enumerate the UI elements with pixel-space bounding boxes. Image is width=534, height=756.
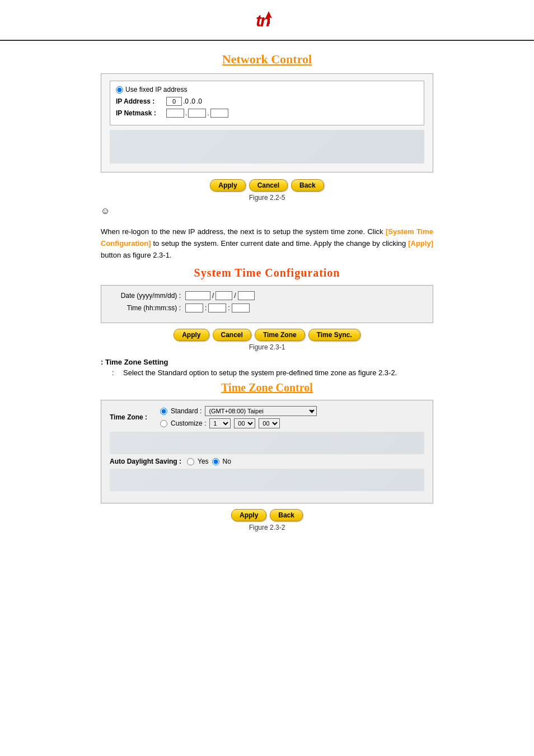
time-min-input[interactable]: 39 bbox=[208, 304, 226, 312]
timezone-box: Time Zone : Standard : (GMT+08:00) Taipe… bbox=[101, 400, 433, 503]
timezone-row: Time Zone : Standard : (GMT+08:00) Taipe… bbox=[110, 406, 424, 428]
ip-netmask-row: IP Netmask : . . bbox=[116, 109, 418, 118]
main-content: Network Control Use fixed IP address IP … bbox=[0, 46, 534, 542]
network-control-box: Use fixed IP address IP Address : .0 .0 … bbox=[101, 73, 433, 172]
network-apply-button[interactable]: Apply bbox=[210, 179, 245, 192]
time-label: Time (hh:mm:ss) : bbox=[113, 304, 185, 312]
date-year-input[interactable]: 2007 bbox=[185, 291, 210, 300]
system-time-figure-caption: Figure 2.3-1 bbox=[101, 343, 433, 351]
notes-section: : Time Zone Setting : Select the Standar… bbox=[101, 358, 433, 377]
date-row: Date (yyyy/mm/dd) : 2007 / 07 / 23 bbox=[113, 291, 421, 300]
daylight-yes-radio[interactable] bbox=[187, 458, 194, 465]
daylight-row: Auto Daylight Saving : Yes No bbox=[110, 458, 424, 465]
ip-netmask-input-group: . . bbox=[166, 109, 228, 118]
network-control-title: Network Control bbox=[101, 52, 433, 67]
dropdown-indicator: ▼ bbox=[309, 408, 315, 414]
date-day-input[interactable]: 23 bbox=[238, 291, 255, 300]
network-btn-row: Apply Cancel Back bbox=[101, 179, 433, 192]
daylight-no-radio[interactable] bbox=[212, 458, 219, 465]
standard-option-row: Standard : (GMT+08:00) Taipei ▼ bbox=[160, 406, 315, 416]
date-month-input[interactable]: 07 bbox=[216, 291, 232, 300]
time-sec-input[interactable]: 30 bbox=[232, 304, 250, 312]
netmask-octet-1[interactable] bbox=[166, 109, 184, 118]
use-fixed-ip-radio[interactable] bbox=[116, 86, 123, 94]
network-cancel-button[interactable]: Cancel bbox=[249, 179, 288, 192]
timesync-button[interactable]: Time Sync. bbox=[308, 329, 360, 341]
timezone-button[interactable]: Time Zone bbox=[255, 329, 305, 341]
note-sub-text-1: Select the Standard option to setup the … bbox=[123, 368, 397, 377]
smiley-icon: ☺ bbox=[101, 206, 433, 216]
timezone-btn-row: Apply Back bbox=[101, 509, 433, 521]
system-apply-button[interactable]: Apply bbox=[174, 329, 209, 341]
date-input-group: 2007 / 07 / 23 bbox=[185, 291, 255, 300]
netmask-octet-2[interactable] bbox=[188, 109, 206, 118]
ip-octet-1[interactable] bbox=[166, 97, 182, 106]
logo-icon: tn bbox=[253, 15, 281, 35]
note-bullet-1: : Time Zone Setting bbox=[101, 358, 174, 366]
ip-address-input-group: .0 .0 .0 bbox=[166, 97, 202, 106]
use-fixed-ip-row: Use fixed IP address bbox=[116, 86, 418, 94]
standard-select[interactable]: (GMT+08:00) Taipei bbox=[205, 406, 317, 416]
tz-bg-watermark bbox=[110, 432, 424, 454]
customize-radio[interactable] bbox=[160, 420, 167, 427]
daylight-no-label: No bbox=[223, 458, 231, 465]
customize-label: Customize : bbox=[171, 419, 206, 427]
page-header: tn bbox=[0, 0, 534, 41]
system-time-box: Date (yyyy/mm/dd) : 2007 / 07 / 23 Time … bbox=[101, 285, 433, 323]
timezone-figure-caption: Figure 2.3-2 bbox=[101, 524, 433, 531]
apply-link: [Apply] bbox=[408, 239, 433, 248]
netmask-octet-3[interactable] bbox=[210, 109, 228, 118]
timezone-label: Time Zone : bbox=[110, 413, 160, 421]
network-back-button[interactable]: Back bbox=[291, 179, 324, 192]
customize-select-2[interactable]: 00 bbox=[234, 418, 255, 428]
network-figure-caption: Figure 2.2-5 bbox=[101, 194, 433, 202]
use-fixed-ip-label: Use fixed IP address bbox=[125, 86, 188, 94]
network-inner-box: Use fixed IP address IP Address : .0 .0 … bbox=[110, 81, 424, 125]
tz-bg-watermark2 bbox=[110, 469, 424, 491]
daylight-yes-label: Yes bbox=[198, 458, 209, 465]
system-time-btn-row: Apply Cancel Time Zone Time Sync. bbox=[101, 329, 433, 341]
system-cancel-button[interactable]: Cancel bbox=[213, 329, 251, 341]
timezone-back-button[interactable]: Back bbox=[270, 509, 303, 521]
time-row: Time (hh:mm:ss) : 17 : 39 : 30 bbox=[113, 304, 421, 312]
date-label: Date (yyyy/mm/dd) : bbox=[113, 292, 185, 300]
customize-option-row: Customize : 1 00 00 bbox=[160, 418, 315, 428]
timezone-options: Standard : (GMT+08:00) Taipei ▼ Customiz… bbox=[160, 406, 315, 428]
customize-select-1[interactable]: 1 bbox=[209, 418, 231, 428]
bg-watermark bbox=[110, 130, 424, 164]
note-sub-bullet-1: : bbox=[112, 368, 123, 377]
ip-address-label: IP Address : bbox=[116, 97, 166, 105]
ip-netmask-label: IP Netmask : bbox=[116, 109, 166, 117]
timezone-apply-button[interactable]: Apply bbox=[231, 509, 266, 521]
time-input-group: 17 : 39 : 30 bbox=[185, 304, 250, 312]
customize-select-3[interactable]: 00 bbox=[259, 418, 280, 428]
daylight-label: Auto Daylight Saving : bbox=[110, 458, 181, 465]
ip-address-row: IP Address : .0 .0 .0 bbox=[116, 97, 418, 106]
note-sub-1: : Select the Standard option to setup th… bbox=[112, 368, 433, 377]
timezone-title: Time Zone Control bbox=[101, 381, 433, 394]
note-item-1: : Time Zone Setting bbox=[101, 358, 433, 366]
body-paragraph: When re-logon to the new IP address, the… bbox=[101, 226, 433, 261]
time-hour-input[interactable]: 17 bbox=[185, 304, 203, 312]
system-time-title: System Time Configuration bbox=[101, 267, 433, 279]
standard-radio[interactable] bbox=[160, 408, 167, 415]
standard-label: Standard : bbox=[171, 407, 202, 415]
